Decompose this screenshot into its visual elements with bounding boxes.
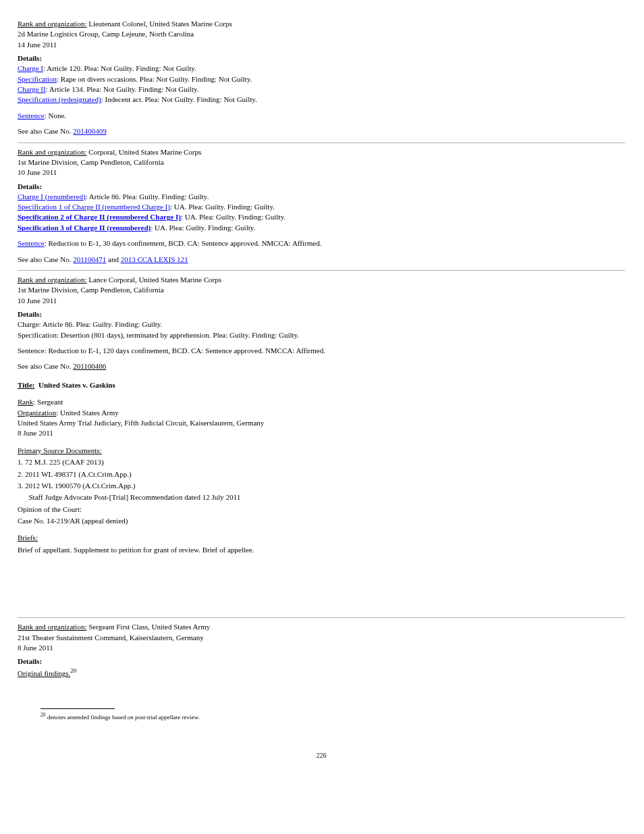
rank-line: Rank and organization: Lance Corporal, U… bbox=[18, 275, 625, 285]
detail-row: Specification: Desertion (801 days), ter… bbox=[18, 330, 625, 340]
charge-link[interactable]: Charge I (renumbered) bbox=[18, 192, 86, 201]
footnote-text: denotes amended findings based on post-t… bbox=[46, 714, 200, 721]
rank-label: Rank and organization: bbox=[18, 276, 86, 284]
details-heading: Details: bbox=[18, 310, 625, 318]
case-section-3: Rank and organization: Lance Corporal, U… bbox=[18, 275, 625, 372]
source-row: 3. 2012 WL 1900570 (A.Ct.Crim.App.) bbox=[18, 481, 625, 491]
unit-line: 21st Theater Sustainment Command, Kaiser… bbox=[18, 633, 625, 643]
date-row: 8 June 2011 bbox=[18, 428, 625, 438]
page-number: 226 bbox=[18, 752, 625, 759]
title-row: Title: United States v. Gaskins bbox=[18, 380, 625, 390]
source-row: Case No. 14-219/AR (appeal denied) bbox=[18, 516, 625, 526]
case-section-1: Rank and organization: Lieutenant Colone… bbox=[18, 19, 625, 137]
sentence-link[interactable]: Sentence bbox=[18, 239, 45, 247]
detail-row: Original findings.20 bbox=[18, 667, 625, 679]
detail-row: Specification: Rape on divers occasions.… bbox=[18, 74, 625, 84]
separator bbox=[18, 270, 625, 271]
lexis-link[interactable]: 2013 CCA LEXIS 121 bbox=[121, 255, 188, 263]
caseno-value: 201100486 bbox=[73, 362, 106, 370]
case-section-2: Rank and organization: Corporal, United … bbox=[18, 147, 625, 265]
separator bbox=[18, 142, 625, 143]
title-value: United States v. Gaskins bbox=[38, 381, 115, 389]
detail-row: Charge II: Article 134. Plea: Not Guilty… bbox=[18, 84, 625, 95]
details-heading: Details: bbox=[18, 54, 625, 62]
case-section-4: Rank and organization: Sergeant First Cl… bbox=[18, 622, 625, 679]
briefs-heading: Briefs: bbox=[18, 533, 625, 543]
location-row: United States Army Trial Judiciary, Fift… bbox=[18, 418, 625, 428]
source-row: Staff Judge Advocate Post-[Trial] Recomm… bbox=[18, 492, 625, 502]
org-row: Organization: United States Army bbox=[18, 408, 625, 418]
spec-link[interactable]: Specification 3 of Charge II (renumbered… bbox=[18, 224, 151, 232]
separator bbox=[18, 617, 625, 618]
seealso-row: See also Case No. 201100471 and 2013 CCA… bbox=[18, 255, 625, 265]
unit-line: 1st Marine Division, Camp Pendleton, Cal… bbox=[18, 157, 625, 167]
seealso-row: See also Case No. 201100486 bbox=[18, 361, 625, 371]
detail-row: Charge I (renumbered): Article 86. Plea:… bbox=[18, 192, 625, 202]
briefs-row: Brief of appellant. Supplement to petiti… bbox=[18, 545, 625, 555]
caseno-link[interactable]: 201100471 bbox=[73, 255, 106, 263]
detail-row: Sentence: None. bbox=[18, 111, 625, 121]
case-entry: Title: United States v. Gaskins Rank: Se… bbox=[18, 380, 625, 555]
unit-line: 2d Marine Logistics Group, Camp Lejeune,… bbox=[18, 29, 625, 39]
rank-label: Rank and organization: bbox=[18, 148, 86, 156]
rank-line: Rank and organization: Lieutenant Colone… bbox=[18, 19, 625, 29]
sentence-link[interactable]: Sentence bbox=[18, 111, 45, 120]
detail-row: Sentence: Reduction to E-1, 30 days conf… bbox=[18, 238, 625, 249]
caseno-link[interactable]: 201400409 bbox=[73, 127, 107, 135]
rank-label: Rank and organization: bbox=[18, 20, 86, 28]
date-line: 8 June 2011 bbox=[18, 643, 625, 653]
sources-heading: Primary Source Documents: bbox=[18, 446, 625, 456]
rank-line: Rank and organization: Sergeant First Cl… bbox=[18, 622, 625, 632]
detail-row: Sentence: Reduction to E-1, 120 days con… bbox=[18, 346, 625, 356]
detail-row: Charge: Article 86. Plea: Guilty. Findin… bbox=[18, 319, 625, 330]
source-row: 2. 2011 WL 498371 (A.Ct.Crim.App.) bbox=[18, 469, 625, 479]
unit-line: 1st Marine Division, Camp Pendleton, Cal… bbox=[18, 285, 625, 295]
charge-link[interactable]: Charge II bbox=[18, 85, 46, 93]
detail-row: Specification (redesignated): Indecent a… bbox=[18, 95, 625, 105]
footnote: 20 denotes amended findings based on pos… bbox=[18, 708, 625, 722]
title-label: Title: bbox=[18, 381, 34, 389]
date-line: 10 June 2011 bbox=[18, 296, 625, 306]
rank-value: Corporal, United States Marine Corps bbox=[88, 148, 201, 156]
footnote-marker: 20 bbox=[41, 712, 46, 718]
seealso-row: See also Case No. 201400409 bbox=[18, 126, 625, 136]
rank-value: Lieutenant Colonel, United States Marine… bbox=[88, 20, 232, 28]
charge-link[interactable]: Charge I bbox=[18, 64, 43, 72]
detail-row: Specification 3 of Charge II (renumbered… bbox=[18, 223, 625, 233]
date-line: 14 June 2011 bbox=[18, 40, 625, 50]
spec-link[interactable]: Specification bbox=[18, 75, 57, 83]
source-row: 1. 72 M.J. 225 (CAAF 2013) bbox=[18, 457, 625, 467]
brief-link: Brief of appellee. bbox=[203, 546, 254, 554]
date-line: 10 June 2011 bbox=[18, 167, 625, 178]
details-heading: Details: bbox=[18, 182, 625, 190]
rank-value: Lance Corporal, United States Marine Cor… bbox=[88, 276, 221, 284]
details-heading: Details: bbox=[18, 657, 625, 665]
spec-link[interactable]: Specification 2 of Charge II (renumbered… bbox=[18, 213, 181, 221]
detail-row: Specification 1 of Charge II (renumbered… bbox=[18, 202, 625, 212]
rank-row: Rank: Sergeant bbox=[18, 397, 625, 407]
footnote-separator bbox=[41, 708, 115, 709]
brief-link: Supplement to petition for grant of revi… bbox=[74, 546, 200, 554]
spec-link[interactable]: Specification 1 of Charge II (renumbered… bbox=[18, 203, 170, 211]
rank-line: Rank and organization: Corporal, United … bbox=[18, 147, 625, 157]
detail-row: Charge I: Article 120. Plea: Not Guilty.… bbox=[18, 63, 625, 74]
spec-link[interactable]: Specification (redesignated) bbox=[18, 95, 101, 103]
source-row: Opinion of the Court: bbox=[18, 504, 625, 515]
detail-row: Specification 2 of Charge II (renumbered… bbox=[18, 212, 625, 222]
